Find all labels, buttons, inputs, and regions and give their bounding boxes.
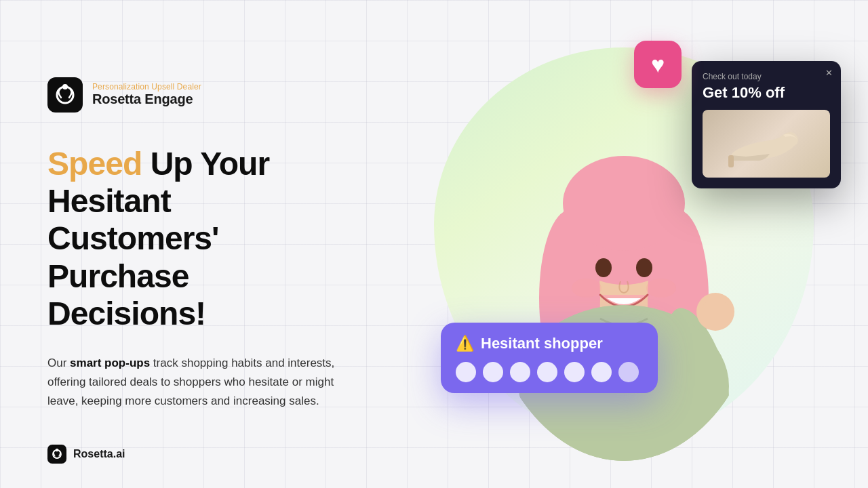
hesitant-dot-row [456, 362, 643, 382]
svg-point-10 [595, 258, 612, 277]
brand-area: Personalization Upsell Dealer Rosetta En… [47, 77, 339, 113]
brand-name: Rosetta Engage [92, 92, 201, 107]
svg-point-2 [62, 84, 68, 89]
brand-text: Personalization Upsell Dealer Rosetta En… [92, 82, 201, 107]
heart-icon: ♥ [651, 53, 665, 76]
brand-tagline: Personalization Upsell Dealer [92, 82, 201, 92]
left-panel: Personalization Upsell Dealer Rosetta En… [0, 0, 380, 488]
popup-check-today: Check out today [703, 72, 830, 81]
body-text: Our smart pop-ups track shopping habits … [47, 354, 339, 411]
popup-close-button[interactable]: ✕ [825, 68, 833, 78]
brand-logo-icon [47, 77, 83, 113]
svg-point-11 [636, 258, 652, 277]
dot-2 [483, 362, 503, 382]
right-panel: ♥ ✕ Check out today Get 10% off [380, 0, 868, 488]
blob-container: ♥ ✕ Check out today Get 10% off [420, 27, 827, 461]
warning-icon: ⚠️ [456, 335, 474, 352]
dot-4 [537, 362, 557, 382]
svg-rect-16 [702, 302, 729, 325]
heart-button[interactable]: ♥ [634, 41, 682, 88]
popup-shoe-image [703, 110, 830, 178]
dot-3 [510, 362, 530, 382]
svg-point-12 [572, 279, 601, 298]
shoe-illustration [719, 113, 814, 174]
dot-6 [591, 362, 612, 382]
dot-7 [618, 362, 639, 382]
svg-point-13 [646, 279, 676, 298]
svg-point-9 [563, 156, 685, 251]
popup-card: ✕ Check out today Get 10% off [692, 61, 841, 188]
hesitant-badge-title: ⚠️ Hesitant shopper [456, 335, 643, 352]
headline: Speed Up Your Hesitant Customers' Purcha… [47, 145, 339, 332]
dot-5 [564, 362, 585, 382]
hesitant-shopper-badge: ⚠️ Hesitant shopper [441, 323, 658, 393]
dot-1 [456, 362, 476, 382]
svg-rect-18 [728, 155, 734, 167]
page-wrapper: Personalization Upsell Dealer Rosetta En… [0, 0, 868, 488]
svg-rect-0 [47, 77, 83, 113]
popup-discount: Get 10% off [703, 84, 830, 102]
